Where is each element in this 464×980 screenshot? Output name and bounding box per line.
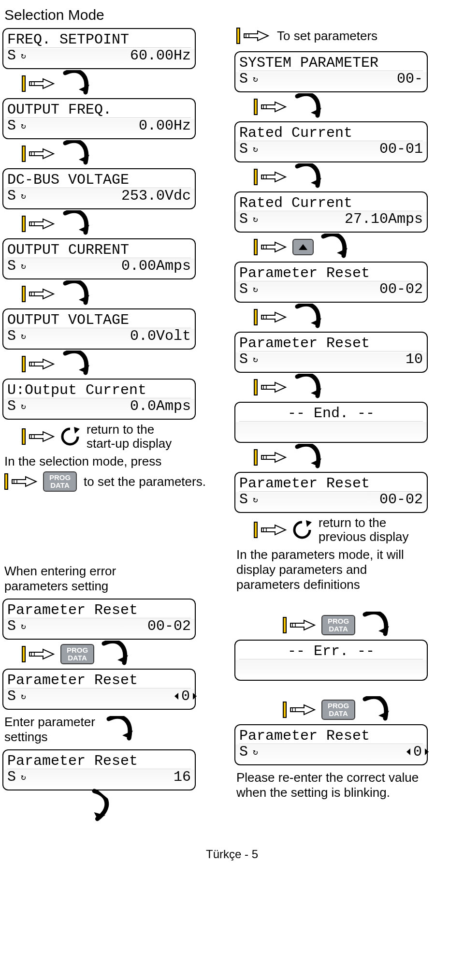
hand-icon: [22, 645, 56, 663]
lcd-param-reset-a: Parameter Reset S↻00-02: [234, 262, 428, 303]
lcd-text: Parameter Reset: [239, 729, 370, 743]
lcd-sys-param: SYSTEM PARAMETER S↻00-: [234, 51, 428, 92]
arc-arrow-icon: [292, 93, 326, 120]
arc-arrow-icon: [60, 140, 94, 167]
lcd-param-reset-b: Parameter Reset S↻10: [234, 332, 428, 373]
hand-icon: [254, 308, 288, 326]
arc-arrow-icon: [360, 612, 394, 639]
return-note-r: return to the previous display: [319, 516, 408, 543]
hand-icon: [22, 145, 56, 162]
lcd-value: 00-02: [147, 619, 191, 633]
sel-note-a: In the selection mode, press: [4, 454, 225, 469]
arc-arrow-icon: [60, 210, 94, 237]
lcd-output-current: OUTPUT CURRENT S↻0.00Amps: [2, 238, 196, 279]
lcd-text: DC-BUS VOLTAGE: [7, 173, 129, 187]
hand-icon: [4, 473, 38, 490]
hand-icon: [254, 521, 288, 539]
lcd-text: Parameter Reset: [7, 603, 138, 617]
refresh-icon: [292, 520, 314, 540]
lcd-freq-setpoint: FREQ. SETPOINT S↻60.00Hz: [2, 28, 196, 69]
last-note: Please re-enter the correct value when t…: [236, 770, 457, 800]
lcd-text: SYSTEM PARAMETER: [239, 56, 378, 70]
hand-icon: [254, 238, 288, 256]
arc-arrow-icon: [104, 716, 138, 743]
lcd-text: OUTPUT VOLTAGE: [7, 313, 129, 327]
hand-icon: [254, 168, 288, 186]
lcd-output-voltage: OUTPUT VOLTAGE S↻0.0Volt: [2, 308, 196, 350]
lcd-text: Parameter Reset: [7, 754, 138, 768]
lcd-text: OUTPUT FREQ.: [7, 102, 112, 117]
return-note: return to the start-up display: [87, 423, 172, 450]
refresh-icon: [60, 427, 82, 446]
lcd-text: Rated Current: [239, 126, 352, 140]
arc-arrow-icon: [292, 374, 326, 401]
arc-arrow-icon: [292, 304, 326, 331]
hand-icon: [22, 75, 56, 92]
lcd-value: 0.0Volt: [130, 329, 191, 343]
hand-icon: [254, 98, 288, 116]
arc-arrow-icon: [292, 163, 326, 190]
lcd-value: 16: [174, 770, 191, 784]
lcd-value: 10: [406, 352, 423, 366]
up-button[interactable]: [292, 239, 314, 255]
lcd-text: Parameter Reset: [7, 673, 138, 687]
lcd-end: -- End. --: [234, 402, 428, 443]
hand-icon: [254, 449, 288, 466]
lcd-param-reset-c: Parameter Reset S↻00-02: [234, 472, 428, 513]
lcd-rated-current-b: Rated Current S↻27.10Amps: [234, 191, 428, 233]
lcd-text: U:Output Current: [7, 383, 146, 397]
lcd-value: 00-: [397, 72, 423, 86]
arc-arrow-icon: [99, 641, 133, 668]
enter-param-note: Enter parameter settings: [4, 715, 95, 745]
lcd-last: Parameter Reset S↻0: [234, 724, 428, 765]
lcd-value: 0.00Hz: [139, 118, 191, 133]
lcd-value: 60.00Hz: [130, 48, 191, 63]
lcd-value-blink: 0: [412, 744, 423, 760]
param-mode-note: In the parameters mode, it will display …: [236, 547, 457, 592]
lcd-text: Parameter Reset: [239, 336, 370, 351]
lcd-center: -- Err. --: [288, 644, 375, 658]
lcd-err-c: Parameter Reset S↻16: [2, 749, 196, 790]
lcd-value: 0.0Amps: [130, 399, 191, 413]
arc-arrow-icon: [60, 280, 94, 307]
lcd-value: 00-01: [379, 142, 423, 156]
hand-icon: [283, 616, 317, 634]
lcd-value: 00-02: [379, 282, 423, 296]
lcd-text: FREQ. SETPOINT: [7, 32, 129, 47]
lcd-text: Parameter Reset: [239, 476, 370, 491]
lcd-value: 0.00Amps: [121, 259, 191, 273]
hand-icon: [236, 27, 270, 44]
lcd-value: 253.0Vdc: [121, 189, 191, 203]
title: Selection Mode: [4, 7, 462, 23]
arc-arrow-icon: [75, 786, 118, 828]
lcd-center: -- End. --: [288, 406, 375, 421]
prog-data-button[interactable]: PROGDATA: [321, 700, 355, 720]
lcd-dcbus-voltage: DC-BUS VOLTAGE S↻253.0Vdc: [2, 168, 196, 209]
prog-data-button[interactable]: PROGDATA: [321, 615, 355, 635]
err-heading: When entering error parameters setting: [4, 564, 225, 594]
lcd-u-output-current: U:Output Current S↻0.0Amps: [2, 379, 196, 420]
hand-icon: [22, 215, 56, 233]
hand-icon: [283, 701, 317, 718]
lcd-err-a: Parameter Reset S↻00-02: [2, 599, 196, 640]
to-set-note: To set parameters: [277, 29, 377, 44]
lcd-err-msg: -- Err. --: [234, 640, 428, 681]
arc-arrow-icon: [319, 234, 352, 261]
lcd-value: 00-02: [379, 492, 423, 507]
prog-data-button[interactable]: PROGDATA: [60, 644, 94, 664]
left-column: FREQ. SETPOINT S↻60.00Hz OUTPUT FREQ. S↻…: [2, 25, 225, 823]
lcd-value: 27.10Amps: [345, 212, 423, 226]
hand-icon: [22, 428, 56, 445]
hand-icon: [22, 355, 56, 373]
lcd-text: Parameter Reset: [239, 266, 370, 280]
lcd-text: OUTPUT CURRENT: [7, 243, 129, 257]
arc-arrow-icon: [60, 351, 94, 378]
sel-note-b: to set the parameters.: [84, 474, 206, 489]
hand-icon: [254, 379, 288, 396]
lcd-rated-current-a: Rated Current S↻00-01: [234, 121, 428, 162]
right-column: To set parameters SYSTEM PARAMETER S↻00-…: [234, 25, 457, 802]
arc-arrow-icon: [360, 696, 394, 723]
lcd-value-blink: 0: [180, 688, 191, 704]
lcd-text: Rated Current: [239, 196, 352, 210]
prog-data-button[interactable]: PROGDATA: [43, 471, 77, 492]
